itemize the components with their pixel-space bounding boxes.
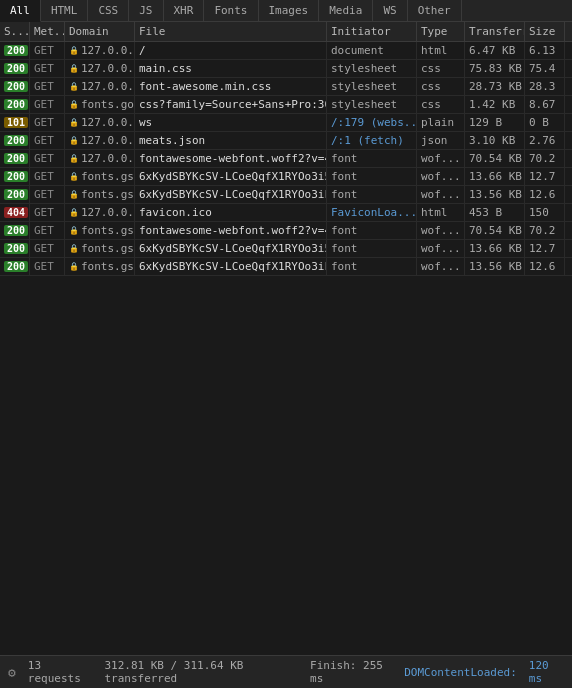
transferred-cell: 453 B [465,204,525,221]
tab-other[interactable]: Other [408,0,462,21]
type-cell: html [417,42,465,59]
status-cell: 200 [0,240,30,257]
domain-cell: 🔒fonts.gs... [65,168,135,185]
type-cell: wof... [417,240,465,257]
status-badge: 200 [4,243,28,254]
tab-bar: AllHTMLCSSJSXHRFontsImagesMediaWSOther [0,0,572,22]
lock-icon: 🔒 [69,154,79,163]
initiator-cell: /:1 (fetch) [327,132,417,149]
file-cell: 6xKydSBYKcSV-LCoeQqfX1RYOo3ik4zw [135,258,327,275]
tab-js[interactable]: JS [129,0,163,21]
network-table: 200GET🔒127.0.0.1.../documenthtml6.47 KB6… [0,42,572,655]
size-cell: 12.6 [525,258,565,275]
file-cell: main.css [135,60,327,77]
type-cell: wof... [417,222,465,239]
col-header-type[interactable]: Type [417,22,465,41]
table-row[interactable]: 200GET🔒127.0.0.1.../documenthtml6.47 KB6… [0,42,572,60]
tab-ws[interactable]: WS [373,0,407,21]
size-cell: 12.7 [525,168,565,185]
method-cell: GET [30,42,65,59]
size-cell: 2.76 [525,132,565,149]
domain-text: 127.0.0.1... [81,152,135,165]
method-cell: GET [30,114,65,131]
table-row[interactable]: 200GET🔒fonts.gs...6xKydSBYKcSV-LCoeQqfX1… [0,240,572,258]
lock-icon: 🔒 [69,64,79,73]
domain-cell: 🔒127.0.0.1... [65,132,135,149]
col-header-file[interactable]: File [135,22,327,41]
method-cell: GET [30,60,65,77]
status-badge: 200 [4,261,28,272]
file-cell: css?family=Source+Sans+Pro:300,300 [135,96,327,113]
file-cell: / [135,42,327,59]
size-cell: 8.67 [525,96,565,113]
tab-fonts[interactable]: Fonts [204,0,258,21]
domain-cell: 🔒127.0.0.1... [65,204,135,221]
table-row[interactable]: 200GET🔒127.0.0.1...fontawesome-webfont.w… [0,150,572,168]
status-cell: 404 [0,204,30,221]
col-header-met[interactable]: Met... [30,22,65,41]
table-row[interactable]: 200GET🔒fonts.gs...fontawesome-webfont.wo… [0,222,572,240]
lock-icon: 🔒 [69,244,79,253]
transferred-cell: 3.10 KB [465,132,525,149]
domain-text: 127.0.0.1... [81,80,135,93]
initiator-cell: /:179 (webs... [327,114,417,131]
table-row[interactable]: 200GET🔒fonts.gs...6xKydSBYKcSV-LCoeQqfX1… [0,168,572,186]
method-cell: GET [30,168,65,185]
status-badge: 200 [4,135,28,146]
status-badge: 200 [4,45,28,56]
initiator-cell: stylesheet [327,60,417,77]
status-bar: ⚙ 13 requests 312.81 KB / 311.64 KB tran… [0,655,572,688]
col-header-initiator[interactable]: Initiator [327,22,417,41]
table-row[interactable]: 101GET🔒127.0.0.1...ws/:179 (webs...plain… [0,114,572,132]
file-cell: ws [135,114,327,131]
table-row[interactable]: 404GET🔒127.0.0.1...favicon.icoFaviconLoa… [0,204,572,222]
tab-all[interactable]: All [0,0,41,22]
type-cell: wof... [417,186,465,203]
transferred-cell: 6.47 KB [465,42,525,59]
table-row[interactable]: 200GET🔒fonts.go...css?family=Source+Sans… [0,96,572,114]
tab-media[interactable]: Media [319,0,373,21]
table-row[interactable]: 200GET🔒127.0.0.1...font-awesome.min.csss… [0,78,572,96]
domain-cell: 🔒127.0.0.1... [65,60,135,77]
lock-icon: 🔒 [69,46,79,55]
domain-cell: 🔒fonts.gs... [65,186,135,203]
table-row[interactable]: 200GET🔒127.0.0.1...main.cssstylesheetcss… [0,60,572,78]
tab-images[interactable]: Images [259,0,320,21]
file-cell: meats.json [135,132,327,149]
lock-icon: 🔒 [69,136,79,145]
dcl-label: DOMContentLoaded: [404,666,517,679]
table-row[interactable]: 200GET🔒fonts.gs...6xKydSBYKcSV-LCoeQqfX1… [0,186,572,204]
method-cell: GET [30,222,65,239]
col-header-size[interactable]: Size [525,22,565,41]
tab-css[interactable]: CSS [88,0,129,21]
transferred-cell: 13.56 KB [465,186,525,203]
transferred-cell: 70.54 KB [465,150,525,167]
file-cell: 6xKydSBYKcSV-LCoeQqfX1RYOo3i54rw [135,168,327,185]
table-row[interactable]: 200GET🔒fonts.gs...6xKydSBYKcSV-LCoeQqfX1… [0,258,572,276]
col-header-domain[interactable]: Domain [65,22,135,41]
tab-xhr[interactable]: XHR [164,0,205,21]
domain-text: fonts.go... [81,98,135,111]
request-count: 13 requests [28,659,93,685]
domain-text: 127.0.0.1... [81,206,135,219]
method-cell: GET [30,78,65,95]
file-cell: fontawesome-webfont.woff2?v=4.6.3 [135,222,327,239]
status-cell: 200 [0,258,30,275]
tab-html[interactable]: HTML [41,0,89,21]
lock-icon: 🔒 [69,226,79,235]
type-cell: html [417,204,465,221]
file-cell: fontawesome-webfont.woff2?v=4.6.3 [135,150,327,167]
status-cell: 200 [0,222,30,239]
col-header-transferred[interactable]: Transferred [465,22,525,41]
status-cell: 200 [0,150,30,167]
size-cell: 12.6 [525,186,565,203]
col-header-s[interactable]: S... [0,22,30,41]
status-badge: 200 [4,99,28,110]
lock-icon: 🔒 [69,190,79,199]
initiator-cell: font [327,222,417,239]
transferred-cell: 70.54 KB [465,222,525,239]
method-cell: GET [30,96,65,113]
table-row[interactable]: 200GET🔒127.0.0.1...meats.json/:1 (fetch)… [0,132,572,150]
initiator-cell: stylesheet [327,78,417,95]
initiator-cell: font [327,240,417,257]
